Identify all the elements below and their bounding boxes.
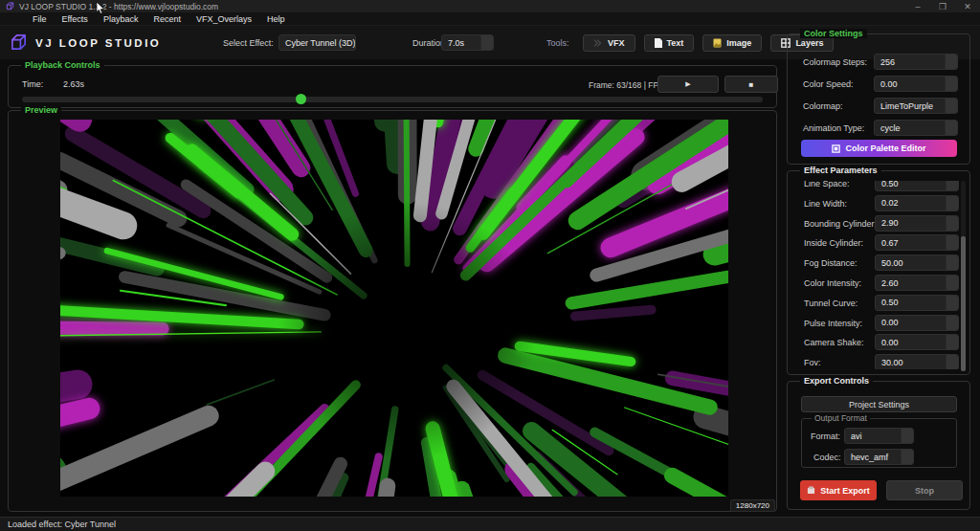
tunnel-curve-input-spinner[interactable] <box>946 296 958 310</box>
menu-item-help[interactable]: Help <box>259 14 293 24</box>
color-intensity-input-value: 2.60 <box>876 278 946 288</box>
palette-icon <box>832 144 840 153</box>
playback-controls-group: Playback Controls Time: 2.63s Frame: 63/… <box>8 65 777 108</box>
pulse-intensity-row: Pulse Intensity:0.00 <box>789 315 959 331</box>
line-space-input-value: 0.50 <box>876 181 946 188</box>
fog-distance-input-value: 50.00 <box>876 258 946 268</box>
stop-export-button[interactable]: Stop <box>886 480 963 500</box>
animation-type-input-spinner[interactable] <box>945 121 957 135</box>
color-speed-input-spinner[interactable] <box>945 77 957 91</box>
fov-label: Fov: <box>804 358 821 367</box>
menu-item-file[interactable]: File <box>25 14 55 24</box>
playback-controls-title: Playback Controls <box>21 60 104 70</box>
duration-value: 7.0s <box>442 38 480 48</box>
colormap-steps-input[interactable]: 256 <box>874 54 958 70</box>
export-controls-title: Export Controls <box>800 376 873 386</box>
colormap-row: Colormap:LimeToPurple <box>788 98 969 114</box>
export-icon <box>807 486 815 495</box>
fov-input[interactable]: 30.00 <box>875 354 959 369</box>
tunnel-curve-label: Tunnel Curve: <box>804 299 858 308</box>
time-label: Time: <box>22 79 43 89</box>
menubar: FileEffectsPlaybackRecentVFX_OverlaysHel… <box>0 12 980 26</box>
select-effect-label: Select Effect: <box>223 38 274 48</box>
effect-parameters-scrollbar[interactable] <box>961 181 966 369</box>
line-width-input-spinner[interactable] <box>946 196 958 210</box>
animation-type-input[interactable]: cycle <box>874 120 958 136</box>
start-export-button[interactable]: Start Export <box>800 480 877 500</box>
maximize-button[interactable]: ❐ <box>930 0 955 12</box>
fog-distance-label: Fog Distance: <box>804 258 858 268</box>
camera-shake-input-spinner[interactable] <box>946 335 958 349</box>
inside-cylinder-input-spinner[interactable] <box>946 235 958 250</box>
app-cube-icon <box>6 2 14 11</box>
colormap-input[interactable]: LimeToPurple <box>874 98 958 114</box>
image-icon <box>713 38 722 48</box>
effect-parameters-rows: Line Space:0.50Line Width:0.02Bounding C… <box>789 181 959 369</box>
fog-distance-input-spinner[interactable] <box>946 255 958 270</box>
tunnel-curve-input-value: 0.50 <box>876 298 946 307</box>
menu-item-playback[interactable]: Playback <box>96 14 146 24</box>
line-space-label: Line Space: <box>804 181 850 188</box>
line-space-input[interactable]: 0.50 <box>875 181 959 191</box>
play-icon: ▶ <box>685 80 690 88</box>
minimize-button[interactable]: – <box>905 0 930 12</box>
app-logo: VJ LOOP STUDIO <box>10 33 161 52</box>
image-tool-button[interactable]: Image <box>702 34 762 52</box>
fov-input-spinner[interactable] <box>946 355 958 369</box>
bounding-cylinder-input[interactable]: 2.90 <box>875 215 959 232</box>
menu-item-vfx-overlays[interactable]: VFX_Overlays <box>189 14 259 24</box>
tools-label: Tools: <box>546 38 569 48</box>
color-speed-input[interactable]: 0.00 <box>874 76 958 92</box>
color-intensity-label: Color Intensity: <box>804 278 861 288</box>
close-button[interactable]: ✕ <box>955 0 980 12</box>
pulse-intensity-input[interactable]: 0.00 <box>875 315 959 331</box>
select-effect-dropdown[interactable]: Cyber Tunnel (3D) <box>278 34 356 51</box>
export-controls-group: Export Controls Project Settings Output … <box>787 381 970 510</box>
timeline-slider[interactable] <box>22 97 763 102</box>
colormap-steps-input-spinner[interactable] <box>945 55 957 69</box>
color-intensity-input-spinner[interactable] <box>946 276 958 290</box>
inside-cylinder-label: Inside Cylinder: <box>804 238 863 248</box>
stop-icon: ■ <box>749 80 754 89</box>
format-spinner[interactable] <box>901 429 913 443</box>
preview-group: Preview 1280x720 <box>8 110 777 512</box>
preview-canvas[interactable] <box>60 120 728 497</box>
inside-cylinder-input[interactable]: 0.67 <box>875 234 959 251</box>
text-tool-button[interactable]: Text <box>644 34 695 52</box>
app-name: VJ LOOP STUDIO <box>35 37 161 49</box>
fog-distance-input[interactable]: 50.00 <box>875 254 959 271</box>
menu-item-recent[interactable]: Recent <box>145 14 189 24</box>
codec-input[interactable]: hevc_amf <box>844 449 914 465</box>
color-intensity-input[interactable]: 2.60 <box>875 275 959 291</box>
duration-input[interactable]: 7.0s <box>441 34 494 51</box>
select-effect-value: Cyber Tunnel (3D) <box>279 38 356 48</box>
timeline-slider-thumb[interactable] <box>296 94 306 104</box>
scrollbar-thumb[interactable] <box>961 236 966 371</box>
stop-playback-button[interactable]: ■ <box>724 76 778 93</box>
titlebar: VJ LOOP STUDIO 1.2.2 - https://www.vjloo… <box>0 0 980 12</box>
duration-spinner[interactable] <box>480 35 493 50</box>
codec-spinner[interactable] <box>901 450 913 464</box>
pulse-intensity-input-value: 0.00 <box>876 318 946 327</box>
camera-shake-input[interactable]: 0.00 <box>875 334 959 350</box>
stop-export-label: Stop <box>915 486 934 496</box>
camera-shake-row: Camera Shake:0.00 <box>789 334 959 350</box>
project-settings-button[interactable]: Project Settings <box>801 396 957 412</box>
play-button[interactable]: ▶ <box>657 76 719 93</box>
line-space-input-spinner[interactable] <box>946 181 958 190</box>
inside-cylinder-row: Inside Cylinder:0.67 <box>789 234 959 251</box>
colormap-steps-label: Colormap Steps: <box>803 57 867 67</box>
bounding-cylinder-input-spinner[interactable] <box>946 216 958 231</box>
format-input[interactable]: avi <box>844 428 914 444</box>
line-width-input[interactable]: 0.02 <box>875 195 959 211</box>
color-settings-title: Color Settings <box>800 29 867 38</box>
camera-shake-input-value: 0.00 <box>876 338 946 347</box>
vfx-tool-button[interactable]: VFX <box>583 34 635 52</box>
colormap-input-spinner[interactable] <box>945 99 957 113</box>
tunnel-curve-input[interactable]: 0.50 <box>875 295 959 311</box>
menu-item-effects[interactable]: Effects <box>55 14 96 24</box>
pulse-intensity-input-spinner[interactable] <box>946 316 958 330</box>
output-format-group: Output Format Format: avi Codec: hevc_am… <box>801 418 957 468</box>
color-palette-editor-button[interactable]: Color Palette Editor <box>801 140 957 157</box>
color-speed-input-value: 0.00 <box>875 79 945 89</box>
